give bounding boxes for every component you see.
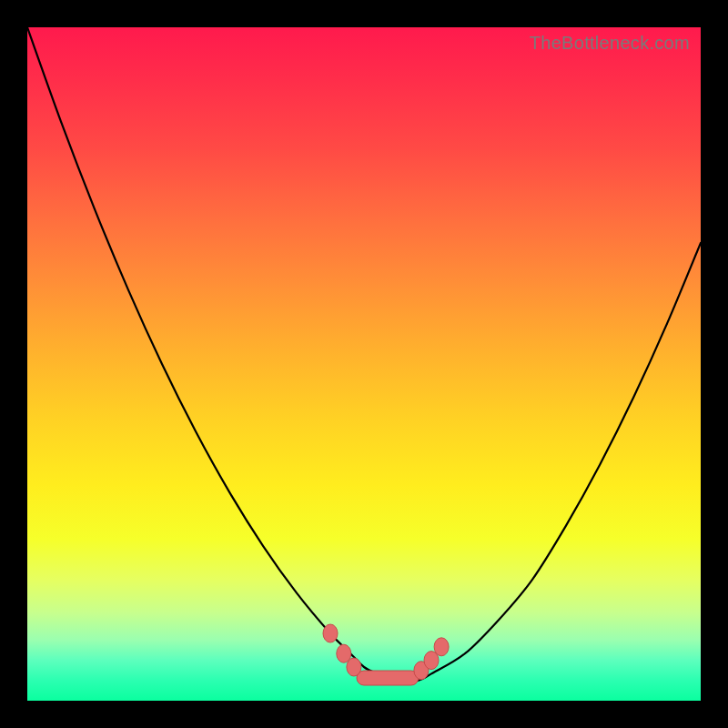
- valley-marker: [323, 624, 338, 642]
- chart-frame: TheBottleneck.com: [0, 0, 728, 728]
- valley-marker: [347, 658, 361, 676]
- valley-marker: [424, 652, 439, 670]
- plot-area: TheBottleneck.com: [27, 27, 701, 701]
- valley-marker: [337, 644, 351, 662]
- valley-marker: [434, 638, 449, 656]
- bottleneck-curve: [27, 27, 701, 682]
- valley-pill: [357, 671, 419, 685]
- valley-marker: [414, 662, 429, 680]
- watermark-text: TheBottleneck.com: [530, 33, 690, 54]
- valley-markers: [323, 624, 449, 685]
- curve-layer: [27, 27, 701, 701]
